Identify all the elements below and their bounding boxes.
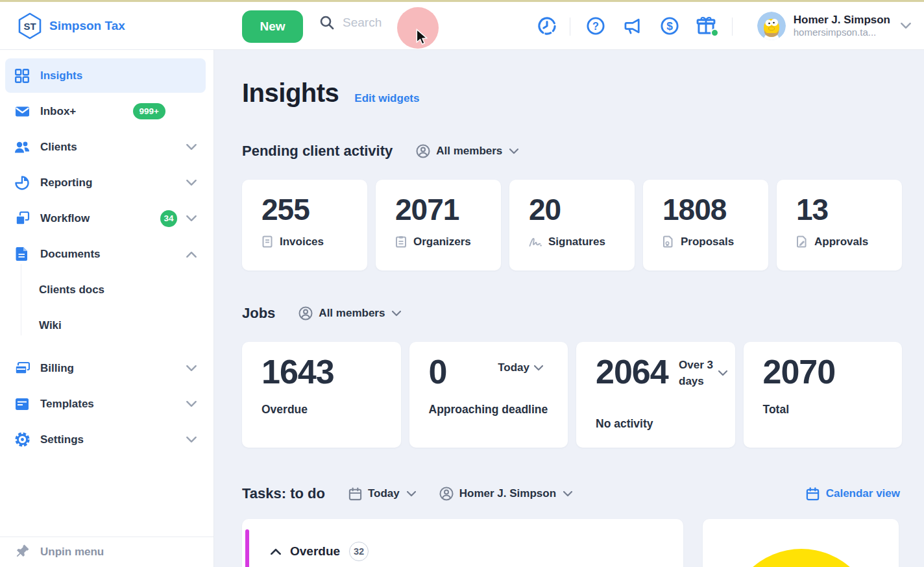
sidebar-spacer (0, 343, 213, 350)
collapse-chevron-up-icon[interactable] (271, 548, 281, 555)
filter-label: All members (436, 145, 502, 158)
sidebar-item-documents[interactable]: Documents (0, 236, 213, 272)
chevron-down-icon (901, 20, 911, 32)
jobs-members-filter[interactable]: All members (298, 306, 401, 320)
stat-card-organizers[interactable]: 2071 Organizers (376, 180, 501, 271)
job-value: 2070 (763, 352, 836, 391)
sidebar-subitem-label: Wiki (39, 319, 62, 332)
pending-members-filter[interactable]: All members (416, 144, 518, 158)
job-value: 2064 (596, 352, 668, 391)
workflow-count-badge: 34 (160, 210, 177, 227)
gear-icon (14, 432, 30, 447)
chevron-down-icon (509, 149, 518, 154)
sidebar-item-label: Billing (40, 362, 74, 375)
stat-value: 2071 (395, 193, 501, 227)
sidebar-item-label: Inbox+ (40, 105, 76, 118)
chevron-down-icon (186, 180, 197, 186)
pushpin-icon (16, 544, 30, 561)
sidebar-item-inbox[interactable]: Inbox+ 999+ (0, 93, 213, 129)
stat-value: 1808 (663, 193, 768, 227)
job-card-approaching-deadline[interactable]: 0 Today Approaching deadline (409, 342, 568, 448)
brand-logo-hexagon-icon: ST (18, 12, 42, 40)
topbar-divider (570, 18, 570, 36)
mouse-cursor-icon (415, 29, 430, 45)
job-label: Overdue (261, 403, 308, 416)
main-content: Insights Edit widgets Pending client act… (214, 50, 924, 567)
time-entries-icon[interactable] (537, 2, 557, 50)
user-menu[interactable]: Homer J. Simpson homersimpson.ta... (757, 2, 911, 50)
chevron-down-icon (392, 311, 401, 317)
tasks-donut-chart-card (703, 519, 899, 567)
stat-label: Organizers (413, 235, 471, 248)
pipelines-stack-icon (14, 211, 30, 226)
sidebar-subitem-label: Clients docs (39, 284, 104, 296)
calendar-view-label: Calendar view (826, 487, 900, 500)
chevron-down-icon (563, 491, 572, 497)
sidebar-item-label: Settings (40, 433, 84, 446)
member-icon (439, 487, 454, 501)
inbox-count-badge: 999+ (133, 103, 165, 119)
sidebar-item-insights[interactable]: Insights (0, 58, 213, 93)
stat-label: Proposals (681, 235, 734, 248)
tasks-member-filter[interactable]: Homer J. Simpson (439, 487, 572, 501)
brand[interactable]: ST Simpson Tax (18, 2, 125, 50)
help-icon[interactable]: ? (586, 2, 605, 50)
job-label: Total (763, 403, 790, 416)
sidebar-item-billing[interactable]: Billing (0, 350, 213, 386)
stat-card-proposals[interactable]: 1808 Proposals (643, 180, 768, 271)
sidebar-item-reporting[interactable]: Reporting (0, 165, 213, 200)
job-card-overdue[interactable]: 1643 Overdue (242, 342, 401, 448)
stat-label: Approvals (814, 235, 868, 248)
new-button[interactable]: New (242, 10, 303, 43)
sidebar-item-label: Documents (40, 248, 101, 261)
template-icon (14, 397, 30, 411)
sidebar-item-settings[interactable]: Settings (0, 422, 213, 457)
invoice-receipt-icon (261, 235, 273, 248)
job-card-total[interactable]: 2070 Total (744, 342, 903, 448)
proposal-document-icon (663, 235, 674, 248)
stat-card-invoices[interactable]: 255 Invoices (242, 180, 367, 271)
people-icon (14, 140, 30, 154)
sidebar-subitem-clients-docs[interactable]: Clients docs (0, 272, 213, 308)
envelope-icon (14, 104, 30, 119)
group-color-stripe (245, 529, 249, 567)
task-group-overdue: Overdue 32 (242, 519, 683, 567)
svg-text:$: $ (666, 19, 673, 32)
chevron-down-icon (186, 215, 197, 222)
sidebar-item-clients[interactable]: Clients (0, 129, 213, 165)
member-icon (298, 306, 313, 320)
billing-dollar-icon[interactable]: $ (660, 2, 679, 50)
group-label: Overdue (290, 544, 340, 559)
edit-widgets-link[interactable]: Edit widgets (354, 92, 419, 105)
no-activity-period-dropdown[interactable]: Over 3 days (679, 357, 727, 389)
stat-card-approvals[interactable]: 13 Approvals (777, 180, 902, 271)
sidebar-item-templates[interactable]: Templates (0, 386, 213, 422)
filter-label: Today (368, 487, 400, 500)
svg-text:?: ? (592, 20, 599, 32)
pie-chart-icon (14, 176, 30, 190)
stat-value: 13 (796, 193, 902, 227)
sidebar-item-label: Workflow (40, 212, 90, 225)
job-card-no-activity[interactable]: 2064 Over 3 days No activity (576, 342, 735, 448)
sidebar-item-workflow[interactable]: Workflow 34 (0, 200, 213, 236)
document-icon (14, 247, 30, 261)
tasks-date-filter[interactable]: Today (348, 487, 416, 501)
member-icon (416, 144, 430, 158)
sidebar-item-label: Reporting (40, 176, 92, 189)
calendar-view-link[interactable]: Calendar view (806, 487, 900, 501)
credit-cards-icon (14, 361, 30, 376)
sidebar-subitem-wiki[interactable]: Wiki (0, 308, 213, 343)
insights-grid-icon (14, 69, 30, 83)
deadline-period-dropdown[interactable]: Today (498, 361, 543, 374)
stat-card-signatures[interactable]: 20 Signatures (509, 180, 635, 271)
stat-value: 255 (261, 193, 367, 227)
unpin-menu-button[interactable]: Unpin menu (0, 537, 213, 567)
job-label: No activity (596, 417, 653, 431)
page-title: Insights (242, 78, 339, 108)
user-domain: homersimpson.ta... (794, 27, 890, 39)
search-icon (319, 15, 335, 30)
topbar: ST Simpson Tax New ? (0, 2, 924, 50)
announcements-megaphone-icon[interactable] (623, 2, 642, 50)
gift-icon[interactable] (696, 2, 716, 50)
chevron-down-icon (186, 365, 197, 372)
